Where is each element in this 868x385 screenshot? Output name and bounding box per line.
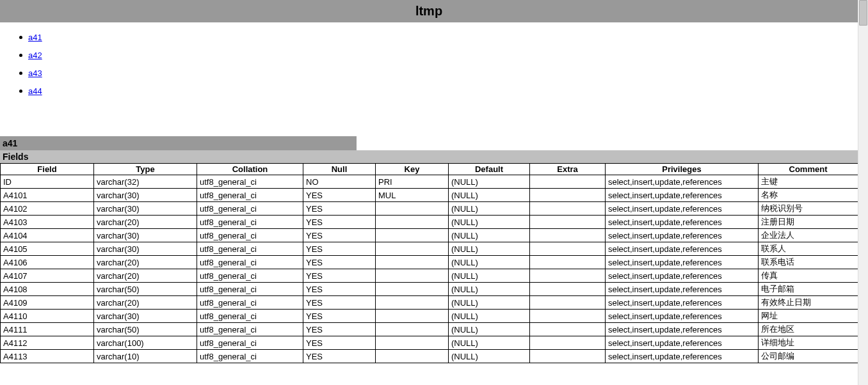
cell-extra [530,350,606,363]
cell-field: A4110 [1,310,94,323]
anchor-nav-list: a41a42a43a44 [14,31,858,98]
cell-priv: select,insert,update,references [606,175,759,189]
col-header: Key [376,164,449,175]
cell-default: (NULL) [449,269,530,283]
table-row: A4101varchar(30)utf8_general_ciYESMUL(NU… [1,189,858,202]
table-row: A4104varchar(30)utf8_general_ciYES(NULL)… [1,229,858,242]
nav-link-a42[interactable]: a42 [28,51,42,60]
cell-field: A4102 [1,202,94,216]
cell-default: (NULL) [449,350,530,363]
scroll-thumb[interactable] [859,0,867,26]
cell-extra [530,269,606,283]
nav-link-a44[interactable]: a44 [28,86,42,96]
table-row: IDvarchar(32)utf8_general_ciNOPRI(NULL)s… [1,175,858,189]
cell-key [376,256,449,269]
cell-comment: 电子邮箱 [759,283,858,296]
cell-priv: select,insert,update,references [606,189,759,202]
cell-extra [530,175,606,189]
table-row: A4108varchar(50)utf8_general_ciYES(NULL)… [1,283,858,296]
cell-type: varchar(100) [94,336,197,350]
fields-label: Fields [0,150,858,163]
cell-extra [530,202,606,216]
cell-null: YES [303,269,376,283]
cell-field: A4105 [1,242,94,256]
cell-extra [530,229,606,242]
cell-null: YES [303,229,376,242]
cell-comment: 纳税识别号 [759,202,858,216]
cell-field: ID [1,175,94,189]
table-row: A4105varchar(30)utf8_general_ciYES(NULL)… [1,242,858,256]
vertical-scrollbar[interactable] [858,0,868,363]
cell-extra [530,216,606,229]
cell-type: varchar(20) [94,269,197,283]
cell-null: YES [303,242,376,256]
cell-default: (NULL) [449,202,530,216]
nav-item: a41 [14,31,858,44]
cell-null: YES [303,216,376,229]
table-row: A4110varchar(30)utf8_general_ciYES(NULL)… [1,310,858,323]
cell-collation: utf8_general_ci [197,269,303,283]
cell-type: varchar(30) [94,202,197,216]
cell-field: A4109 [1,296,94,310]
cell-default: (NULL) [449,336,530,350]
table-row: A4103varchar(20)utf8_general_ciYES(NULL)… [1,216,858,229]
cell-field: A4101 [1,189,94,202]
cell-key [376,323,449,336]
page-title: ltmp [0,0,858,22]
cell-type: varchar(20) [94,296,197,310]
cell-type: varchar(20) [94,216,197,229]
cell-field: A4104 [1,229,94,242]
cell-field: A4111 [1,323,94,336]
col-header: Extra [530,164,606,175]
cell-comment: 联系电话 [759,256,858,269]
cell-priv: select,insert,update,references [606,323,759,336]
col-header: Collation [197,164,303,175]
cell-key [376,216,449,229]
cell-type: varchar(30) [94,310,197,323]
cell-extra [530,242,606,256]
cell-field: A4106 [1,256,94,269]
cell-null: YES [303,323,376,336]
table-row: A4106varchar(20)utf8_general_ciYES(NULL)… [1,256,858,269]
cell-default: (NULL) [449,256,530,269]
cell-priv: select,insert,update,references [606,256,759,269]
cell-key [376,229,449,242]
col-header: Default [449,164,530,175]
cell-key [376,283,449,296]
cell-priv: select,insert,update,references [606,229,759,242]
cell-field: A4112 [1,336,94,350]
cell-null: YES [303,202,376,216]
cell-key [376,202,449,216]
cell-key: PRI [376,175,449,189]
cell-collation: utf8_general_ci [197,216,303,229]
cell-priv: select,insert,update,references [606,350,759,363]
cell-priv: select,insert,update,references [606,283,759,296]
cell-collation: utf8_general_ci [197,242,303,256]
cell-comment: 传真 [759,269,858,283]
cell-field: A4108 [1,283,94,296]
cell-default: (NULL) [449,189,530,202]
col-header: Comment [759,164,858,175]
nav-item: a43 [14,67,858,80]
cell-comment: 有效终止日期 [759,296,858,310]
cell-key [376,296,449,310]
cell-default: (NULL) [449,296,530,310]
nav-item: a42 [14,49,858,62]
cell-collation: utf8_general_ci [197,283,303,296]
col-header: Privileges [606,164,759,175]
cell-key [376,269,449,283]
cell-field: A4113 [1,350,94,363]
cell-key [376,336,449,350]
cell-extra [530,296,606,310]
cell-comment: 主键 [759,175,858,189]
cell-null: YES [303,256,376,269]
nav-link-a41[interactable]: a41 [28,33,42,42]
cell-type: varchar(32) [94,175,197,189]
nav-link-a43[interactable]: a43 [28,68,42,78]
cell-comment: 名称 [759,189,858,202]
cell-null: YES [303,310,376,323]
cell-priv: select,insert,update,references [606,269,759,283]
cell-collation: utf8_general_ci [197,189,303,202]
cell-default: (NULL) [449,216,530,229]
cell-type: varchar(50) [94,283,197,296]
